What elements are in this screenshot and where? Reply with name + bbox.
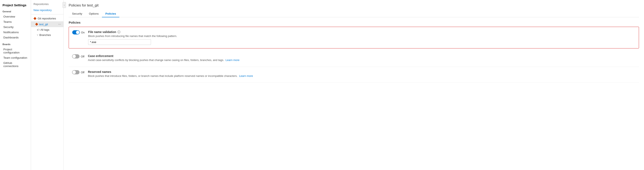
sidebar-item-security[interactable]: Security: [2, 24, 28, 30]
toggle-case-enforcement[interactable]: Off: [72, 54, 84, 59]
info-icon-file-name[interactable]: i: [118, 30, 120, 33]
sidebar-item-github-connections[interactable]: GitHub connections: [2, 60, 28, 69]
toggle-reserved-names[interactable]: Off: [72, 70, 84, 74]
git-repositories-label: Git repositories: [38, 17, 56, 20]
policy-content-reserved: Reserved names Block pushes that introdu…: [88, 70, 636, 79]
tab-security[interactable]: Security: [69, 10, 86, 17]
policy-desc-case: Avoid case-sensitivity conflicts by bloc…: [88, 59, 636, 62]
all-tags-label: All tags: [40, 28, 50, 31]
repo-git-icon: [35, 23, 38, 26]
policies-section-title: Policies: [69, 21, 639, 24]
policy-item-reserved-names: Off Reserved names Block pushes that int…: [69, 67, 639, 83]
branches-label: Branches: [39, 33, 51, 37]
policy-item-case-enforcement: Off Case enforcement Avoid case-sensitiv…: [69, 51, 639, 67]
policy-name-file-name: File name validation i: [88, 30, 636, 34]
sidebar-item-teams[interactable]: Teams: [2, 19, 28, 24]
branches-item[interactable]: ⑂ Branches: [31, 32, 64, 38]
boards-section-header: Boards: [2, 43, 28, 46]
toggle-thumb-case: [72, 55, 76, 58]
learn-more-case[interactable]: Learn more: [226, 59, 239, 62]
file-name-pattern-input[interactable]: [88, 39, 151, 45]
tabs-bar: Security Options Policies: [69, 10, 639, 17]
toggle-status-on: On: [81, 31, 84, 34]
tab-policies[interactable]: Policies: [102, 10, 119, 17]
repo-name-label: test_git: [39, 23, 48, 26]
toggle-thumb: [76, 31, 79, 34]
toggle-switch-reserved[interactable]: [72, 70, 80, 74]
learn-more-reserved[interactable]: Learn more: [239, 74, 253, 78]
page-title: Policies for test_git: [69, 3, 639, 7]
test-git-repo-item[interactable]: test_git ···: [31, 21, 64, 27]
tab-options[interactable]: Options: [86, 10, 102, 17]
toggle-thumb-reserved: [72, 71, 76, 74]
policy-desc-file-name: Block pushes from introducing file names…: [88, 34, 636, 38]
sidebar-item-overview[interactable]: Overview: [2, 14, 28, 19]
left-sidebar: Project Settings General Overview Teams …: [0, 0, 31, 170]
policy-name-reserved: Reserved names: [88, 70, 636, 74]
git-repos-icon: [34, 17, 36, 20]
middle-panel: ‹ Repositories New repository Git reposi…: [31, 0, 64, 170]
new-repository-link[interactable]: New repository: [31, 7, 64, 13]
general-section-header: General: [2, 10, 28, 13]
policy-content-file-name: File name validation i Block pushes from…: [88, 30, 636, 45]
repositories-title: Repositories: [31, 2, 64, 7]
toggle-track[interactable]: [72, 30, 80, 34]
sidebar-item-project-configuration[interactable]: Project configuration: [2, 47, 28, 55]
all-tags-item[interactable]: 🏷 All tags: [31, 27, 64, 32]
branch-icon: ⑂: [37, 34, 38, 37]
divider: [31, 14, 64, 14]
toggle-switch-file-name[interactable]: [72, 30, 80, 34]
repo-more-options-button[interactable]: ···: [57, 22, 62, 26]
main-content-area: Policies for test_git Security Options P…: [64, 0, 644, 170]
policy-name-case: Case enforcement: [88, 54, 636, 58]
sidebar-item-notifications[interactable]: Notifications: [2, 30, 28, 35]
policy-item-file-name-validation: On File name validation i Block pushes f…: [69, 27, 639, 48]
toggle-file-name-validation[interactable]: On: [72, 30, 85, 34]
tag-icon: 🏷: [37, 28, 39, 31]
toggle-status-case: Off: [81, 55, 84, 58]
policy-content-case: Case enforcement Avoid case-sensitivity …: [88, 54, 636, 63]
sidebar-item-dashboards[interactable]: Dashboards: [2, 35, 28, 40]
toggle-track-reserved[interactable]: [72, 70, 80, 74]
toggle-switch-case[interactable]: [72, 54, 80, 59]
project-settings-title: Project Settings: [2, 3, 28, 7]
policy-desc-reserved: Block pushes that introduce files, folde…: [88, 74, 636, 78]
toggle-track-case[interactable]: [72, 54, 80, 59]
toggle-status-reserved: Off: [81, 71, 84, 74]
git-repositories-section: Git repositories: [31, 16, 64, 21]
sidebar-item-team-configuration[interactable]: Team configuration: [2, 55, 28, 60]
collapse-panel-button[interactable]: ‹: [62, 2, 66, 8]
